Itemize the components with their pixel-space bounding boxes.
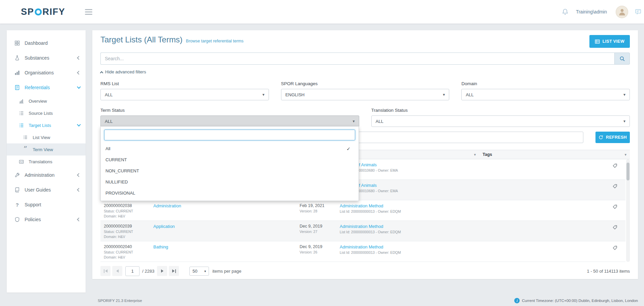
sidebar-item-substances[interactable]: Substances xyxy=(7,50,86,65)
sidebar-item-target-lists[interactable]: Target Lists xyxy=(7,119,86,131)
tag-icon[interactable] xyxy=(612,184,617,189)
search-button[interactable] xyxy=(614,53,630,65)
term-status-label: Term Status xyxy=(100,108,359,113)
rms-list-value: ALL xyxy=(105,92,113,97)
list-info: List Id: 200000000013 - Owner: EDQM xyxy=(340,230,476,234)
sidebar-item-organisations[interactable]: Organisations xyxy=(7,65,86,80)
sidebar-item-administration[interactable]: Administration xyxy=(7,168,86,182)
term-version: Version: 27 xyxy=(300,230,333,234)
list-info: List Id: 200000010680 - Owner: EMA xyxy=(340,168,476,172)
chevron-down-icon xyxy=(78,125,80,126)
translation-status-select[interactable]: ALL xyxy=(371,115,630,127)
sidebar-item-referentials[interactable]: Referentials xyxy=(7,80,86,95)
sidebar-item-source-lists[interactable]: Source Lists xyxy=(7,107,86,119)
search-input[interactable] xyxy=(100,53,614,65)
sidebar-item-translations[interactable]: A Translations xyxy=(7,156,86,168)
target-lists-submenu: List View Term View xyxy=(7,131,86,156)
items-per-page-select[interactable]: 50 xyxy=(189,267,209,276)
column-menu-icon[interactable] xyxy=(474,152,476,157)
sidebar-item-dashboard[interactable]: Dashboard xyxy=(7,36,86,50)
timezone-text: Current Timezone: (UTC+00:00) Dublin, Ed… xyxy=(522,299,638,303)
spor-languages-filter: SPOR Languages ENGLISH xyxy=(281,81,450,100)
chevron-down-icon xyxy=(263,92,265,97)
menu-toggle-icon[interactable] xyxy=(85,8,92,16)
dropdown-option-all[interactable]: All xyxy=(101,143,359,154)
sidebar-label: Target Lists xyxy=(29,123,51,128)
sidebar-label: Overview xyxy=(29,99,47,104)
term-date: Feb 19, 2021 xyxy=(300,203,333,208)
sidebar-label: Referentials xyxy=(25,85,50,90)
sidebar-item-support[interactable]: Support xyxy=(7,197,86,212)
column-header-tags[interactable]: Tags xyxy=(479,150,630,159)
list-name-link[interactable]: Administration Method xyxy=(340,203,383,208)
dropdown-option-provisional[interactable]: PROVISIONAL xyxy=(101,188,359,199)
chevron-down-icon xyxy=(443,92,445,97)
term-id: 200000002040 xyxy=(104,244,147,249)
tag-icon[interactable] xyxy=(612,204,617,209)
option-label: All xyxy=(105,146,110,151)
table-scrollbar[interactable] xyxy=(626,159,630,262)
dropdown-option-non-current[interactable]: NON_CURRENT xyxy=(101,165,359,176)
list-view-button-label: LIST VIEW xyxy=(603,39,624,44)
sidebar-item-list-view[interactable]: List View xyxy=(7,131,86,143)
dropdown-filter-input[interactable] xyxy=(104,130,355,140)
tag-icon[interactable] xyxy=(612,225,617,230)
chevron-left-icon xyxy=(78,189,80,191)
previous-page-button[interactable] xyxy=(112,266,122,276)
page-subtitle[interactable]: Browse target referential terms xyxy=(186,39,244,43)
referentials-submenu: Overview Source Lists Target Lists List … xyxy=(7,95,86,168)
document-list-icon xyxy=(14,85,20,90)
sidebar-item-term-view[interactable]: Term View xyxy=(7,143,86,156)
sidebar-label: Term View xyxy=(33,147,53,152)
table-row[interactable]: 200000002040Status: CURRENTDomain: H&V B… xyxy=(100,241,625,262)
next-page-button[interactable] xyxy=(157,266,167,276)
rms-list-select[interactable]: ALL xyxy=(100,89,269,100)
refresh-button[interactable]: REFRESH xyxy=(595,132,630,143)
chevron-down-icon xyxy=(352,119,355,124)
avatar[interactable] xyxy=(616,6,628,18)
top-bar: SP RIFY Training\admin xyxy=(0,0,644,24)
rms-list-filter: RMS List ALL xyxy=(100,81,269,100)
hide-advanced-filters-link[interactable]: Hide advanced filters xyxy=(100,69,146,74)
rms-list-label: RMS List xyxy=(100,81,269,86)
domain-select[interactable]: ALL xyxy=(461,89,630,100)
dropdown-option-nullified[interactable]: NULLIFIED xyxy=(101,176,359,188)
term-name-link[interactable]: Bathing xyxy=(153,244,168,249)
scrollbar-thumb[interactable] xyxy=(626,163,630,180)
list-view-button[interactable]: LIST VIEW xyxy=(589,35,630,48)
app-version: SPORIFY 21.3 Enterprise xyxy=(98,299,142,303)
table-row[interactable]: 200000002038Status: CURRENTDomain: H&V A… xyxy=(100,200,625,221)
list-name-link[interactable]: Administration Method xyxy=(340,244,383,249)
page-number-input[interactable] xyxy=(125,266,140,276)
first-page-button[interactable] xyxy=(100,266,111,276)
sidebar-item-overview[interactable]: Overview xyxy=(7,95,86,107)
option-label: NULLIFIED xyxy=(105,179,128,184)
top-bar-right: Training\admin xyxy=(562,6,644,18)
dropdown-option-current[interactable]: CURRENT xyxy=(101,154,359,165)
logo-o-icon xyxy=(35,8,42,15)
term-status: Status: CURRENT xyxy=(104,250,147,254)
bell-icon[interactable] xyxy=(562,8,569,15)
term-name-link[interactable]: Application xyxy=(153,224,175,229)
sidebar-item-policies[interactable]: Policies xyxy=(7,212,86,227)
pagination-summary: 1 - 50 of 114113 items xyxy=(587,269,630,274)
list-name-link[interactable]: Administration Method xyxy=(340,224,383,229)
term-status-select[interactable]: ALL xyxy=(100,115,359,127)
chevron-down-icon xyxy=(623,119,625,124)
tag-icon[interactable] xyxy=(612,245,617,250)
footer: SPORIFY 21.3 Enterprise Current Timezone… xyxy=(0,295,644,306)
term-date: Dec 9, 2019 xyxy=(300,244,333,249)
tag-icon[interactable] xyxy=(612,163,617,168)
wrench-icon xyxy=(14,172,20,178)
sidebar-item-user-guides[interactable]: User Guides xyxy=(7,182,86,197)
term-name-link[interactable]: Administration xyxy=(153,203,181,208)
table-row[interactable]: 200000002039Status: CURRENTDomain: H&V A… xyxy=(100,221,625,241)
translate-icon: A xyxy=(18,159,24,164)
sporify-logo[interactable]: SP RIFY xyxy=(21,7,65,17)
last-page-button[interactable] xyxy=(169,266,179,276)
chat-icon[interactable] xyxy=(635,9,641,15)
username[interactable]: Training\admin xyxy=(576,9,607,14)
spor-languages-select[interactable]: ENGLISH xyxy=(281,89,450,100)
term-domain: Domain: H&V xyxy=(104,235,147,239)
column-menu-icon[interactable] xyxy=(624,152,626,157)
